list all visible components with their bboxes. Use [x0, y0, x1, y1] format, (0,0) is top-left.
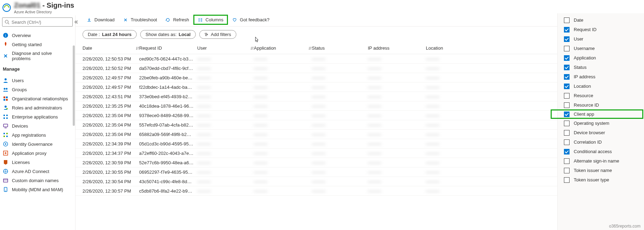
checkbox-icon[interactable] — [564, 55, 570, 61]
nav-item-getting-started[interactable]: Getting started — [0, 40, 75, 49]
column-option-token-issuer-name[interactable]: Token issuer name — [558, 166, 644, 175]
nav-item-organizational-relationships[interactable]: Organizational relationships — [0, 94, 75, 103]
download-button[interactable]: Download — [83, 15, 119, 24]
col-header-app[interactable]: Application — [254, 45, 312, 51]
column-option-request-id[interactable]: Request ID — [558, 25, 644, 34]
checkbox-icon[interactable] — [564, 17, 570, 23]
nav-item-custom-domain-names[interactable]: Custom domain names — [0, 176, 75, 185]
filter-showdates-pill[interactable]: Show dates as: Local — [140, 30, 196, 39]
checkbox-icon[interactable] — [564, 112, 570, 117]
cell-loc: ——— — [426, 170, 482, 175]
checkbox-icon[interactable] — [564, 177, 570, 183]
column-option-label: Alternate sign-in name — [574, 158, 619, 164]
nav-item-azure-ad-connect[interactable]: Azure AD Connect — [0, 167, 75, 176]
checkbox-icon[interactable] — [564, 46, 570, 51]
checkbox-icon[interactable] — [564, 121, 570, 126]
checkbox-icon[interactable] — [564, 168, 570, 173]
cell-app: ——— — [254, 103, 312, 109]
add-filters-button[interactable]: Add filters — [199, 30, 236, 39]
checkbox-icon[interactable] — [564, 139, 570, 145]
troubleshoot-button[interactable]: Troubleshoot — [119, 15, 161, 24]
column-option-resource[interactable]: Resource — [558, 91, 644, 100]
nav-item-groups[interactable]: Groups — [0, 85, 75, 94]
cell-reqid: da570edd-cbd7-4f8c-9cfe-4c… — [139, 66, 197, 71]
nav-item-diagnose-and-solve-problems[interactable]: Diagnose and solve problems — [0, 49, 75, 63]
cell-loc: ——— — [426, 103, 482, 109]
column-option-user[interactable]: User — [558, 34, 644, 44]
nav-item-enterprise-applications[interactable]: Enterprise applications — [0, 112, 75, 121]
checkbox-icon[interactable] — [564, 27, 570, 33]
checkbox-icon[interactable] — [564, 158, 570, 164]
filter-date-pill[interactable]: Date : Last 24 hours — [83, 30, 137, 39]
column-option-status[interactable]: Status — [558, 63, 644, 72]
cell-ip: ——— — [368, 179, 426, 184]
checkbox-icon[interactable] — [564, 93, 570, 99]
column-option-label: Correlation ID — [574, 139, 602, 145]
col-header-loc[interactable]: Location — [426, 45, 482, 51]
checkbox-icon[interactable] — [564, 130, 570, 136]
col-header-reqid[interactable]: Request ID — [139, 45, 197, 51]
cell-user: ——— — [197, 188, 254, 194]
checkbox-icon[interactable] — [564, 36, 570, 42]
col-header-status[interactable]: Status — [312, 45, 368, 51]
cell-date: 2/26/2020, 12:43:51 PM — [83, 94, 139, 99]
refresh-button[interactable]: Refresh — [161, 15, 193, 24]
search-input[interactable] — [12, 20, 70, 25]
cell-date: 2/26/2020, 12:30:55 PM — [83, 170, 139, 175]
nav-item-label: Devices — [12, 123, 28, 129]
cell-user: ——— — [197, 151, 254, 156]
column-option-token-issuer-type[interactable]: Token issuer type — [558, 175, 644, 185]
nav-item-roles-and-administrators[interactable]: Roles and administrators — [0, 103, 75, 112]
col-header-ip[interactable]: IP address — [368, 45, 426, 51]
cell-date: 2/26/2020, 12:35:04 PM — [83, 113, 139, 118]
sidebar-scrollbar[interactable] — [73, 45, 75, 126]
nav-item-licenses[interactable]: Licenses — [0, 158, 75, 167]
search-icon — [5, 20, 9, 24]
column-option-operating-system[interactable]: Operating system — [558, 118, 644, 128]
col-header-user[interactable]: User — [197, 45, 254, 51]
checkbox-icon[interactable] — [564, 84, 570, 89]
svg-rect-18 — [3, 124, 8, 127]
feedback-button[interactable]: Got feedback? — [228, 15, 274, 24]
sidebar: iOverviewGetting startedDiagnose and sol… — [0, 15, 76, 230]
cell-status: ——— — [312, 75, 368, 80]
column-option-application[interactable]: Application — [558, 53, 644, 63]
checkbox-icon[interactable] — [564, 74, 570, 80]
col-header-date[interactable]: Date — [83, 45, 139, 51]
nav-item-label: Licenses — [12, 160, 30, 165]
nav-item-overview[interactable]: iOverview — [0, 31, 75, 40]
checkbox-icon[interactable] — [564, 149, 570, 154]
cell-ip: ——— — [368, 122, 426, 128]
columns-icon — [198, 17, 203, 22]
column-option-conditional-access[interactable]: Conditional access — [558, 147, 644, 156]
search-input-wrap[interactable] — [2, 17, 73, 27]
column-option-location[interactable]: Location — [558, 81, 644, 91]
column-option-device-browser[interactable]: Device browser — [558, 128, 644, 137]
column-option-correlation-id[interactable]: Correlation ID — [558, 137, 644, 147]
nav-item-application-proxy[interactable]: Application proxy — [0, 149, 75, 158]
cell-reqid: 9378ece0-8489-4268-99d2-96… — [139, 113, 197, 118]
column-option-ip-address[interactable]: IP address — [558, 72, 644, 81]
columns-button[interactable]: Columns — [193, 15, 228, 25]
column-option-alternate-sign-in-name[interactable]: Alternate sign-in name — [558, 156, 644, 166]
nav-item-identity-governance[interactable]: Identity Governance — [0, 139, 75, 149]
cell-reqid: a72eff60-202c-4043-a7ef-9ca… — [139, 151, 197, 156]
roles-icon — [3, 105, 8, 110]
column-option-username[interactable]: Username — [558, 44, 644, 53]
nav-item-app-registrations[interactable]: App registrations — [0, 130, 75, 139]
column-option-client-app[interactable]: Client app — [551, 109, 643, 119]
nav-item-devices[interactable]: Devices — [0, 121, 75, 130]
cell-app: ——— — [254, 75, 312, 80]
cell-date: 2/26/2020, 12:30:59 PM — [83, 160, 139, 165]
cell-app: ——— — [254, 188, 312, 194]
nav-item-users[interactable]: Users — [0, 76, 75, 85]
checkbox-icon[interactable] — [564, 65, 570, 70]
svg-point-6 — [4, 88, 6, 90]
group-icon — [3, 87, 8, 92]
column-option-resource-id[interactable]: Resource ID — [558, 100, 644, 110]
heart-icon — [232, 17, 237, 22]
svg-rect-9 — [6, 96, 8, 98]
nav-item-mobility-mdm-and-mam-[interactable]: Mobility (MDM and MAM) — [0, 185, 75, 194]
checkbox-icon[interactable] — [564, 102, 570, 108]
column-option-date[interactable]: Date — [558, 15, 644, 25]
